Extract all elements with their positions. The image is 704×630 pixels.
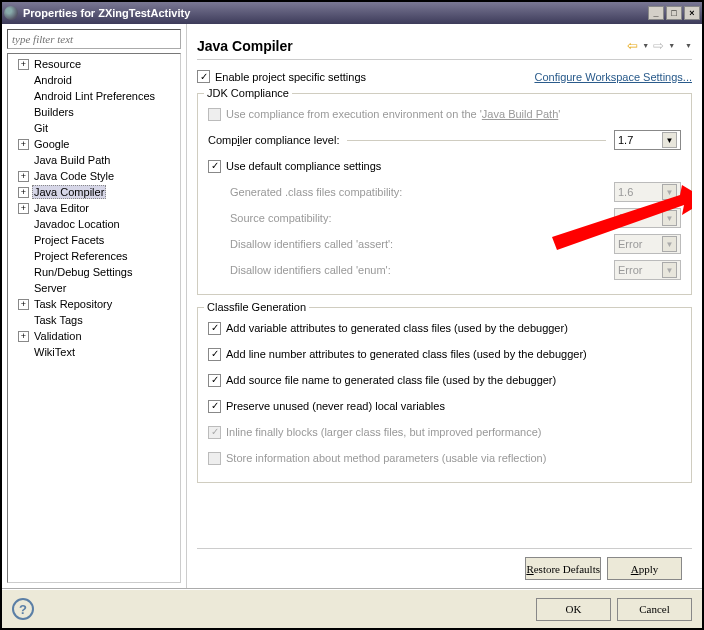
classfile-generation-group: Classfile Generation Add variable attrib… xyxy=(197,307,692,483)
dialog-footer: ? OK Cancel xyxy=(2,588,702,628)
tree-item-label: Java Compiler xyxy=(32,185,106,199)
tree-item[interactable]: Project Facets xyxy=(10,232,178,248)
window-title: Properties for ZXingTestActivity xyxy=(23,7,648,19)
maximize-button[interactable]: □ xyxy=(666,6,682,20)
cancel-button[interactable]: Cancel xyxy=(617,598,692,621)
enable-project-settings-label: Enable project specific settings xyxy=(215,71,534,83)
category-tree[interactable]: +ResourceAndroidAndroid Lint Preferences… xyxy=(7,53,181,583)
disabled-select: 1.6▼ xyxy=(614,182,681,202)
dropdown-icon: ▼ xyxy=(662,236,677,252)
tree-item[interactable]: Task Tags xyxy=(10,312,178,328)
compliance-level-select[interactable]: 1.7 ▼ xyxy=(614,130,681,150)
tree-item[interactable]: +Java Code Style xyxy=(10,168,178,184)
compliance-detail-row: Disallow identifiers called 'assert':Err… xyxy=(208,234,681,254)
classfile-option-row: Add source file name to generated class … xyxy=(208,370,681,390)
properties-dialog: Properties for ZXingTestActivity _ □ × +… xyxy=(0,0,704,630)
apply-button[interactable]: Apply xyxy=(607,557,682,580)
nav-back-icon[interactable]: ⇦ xyxy=(627,38,638,53)
tree-item[interactable]: +Java Editor xyxy=(10,200,178,216)
tree-item-label: Task Tags xyxy=(32,314,85,326)
jdk-compliance-group: JDK Compliance Use compliance from execu… xyxy=(197,93,692,295)
classfile-option-row: Add variable attributes to generated cla… xyxy=(208,318,681,338)
eclipse-icon xyxy=(4,6,18,20)
expand-icon[interactable]: + xyxy=(18,203,29,214)
tree-item-label: Task Repository xyxy=(32,298,114,310)
tree-item-label: Git xyxy=(32,122,50,134)
option-checkbox[interactable] xyxy=(208,348,221,361)
expand-icon[interactable]: + xyxy=(18,187,29,198)
jdk-group-title: JDK Compliance xyxy=(204,87,292,99)
tree-item-label: Run/Debug Settings xyxy=(32,266,134,278)
minimize-button[interactable]: _ xyxy=(648,6,664,20)
classfile-option-row: Preserve unused (never read) local varia… xyxy=(208,396,681,416)
nav-forward-icon: ⇨ xyxy=(653,38,664,53)
main-panel: Java Compiler ⇦ ▼ ⇨ ▼ ▼ Enable project s… xyxy=(187,24,702,588)
tree-item-label: Builders xyxy=(32,106,76,118)
nav-menu[interactable]: ▼ xyxy=(685,42,692,49)
tree-item-label: WikiText xyxy=(32,346,77,358)
nav-back-menu[interactable]: ▼ xyxy=(642,42,649,49)
tree-item-label: Java Editor xyxy=(32,202,91,214)
filter-input[interactable] xyxy=(7,29,181,49)
tree-item[interactable]: Android xyxy=(10,72,178,88)
java-build-path-link[interactable]: Java Build Path xyxy=(482,108,558,120)
tree-item-label: Javadoc Location xyxy=(32,218,122,230)
enable-project-settings-checkbox[interactable] xyxy=(197,70,210,83)
tree-item-label: Google xyxy=(32,138,71,150)
tree-item[interactable]: +Task Repository xyxy=(10,296,178,312)
tree-item-label: Java Build Path xyxy=(32,154,112,166)
tree-item[interactable]: Server xyxy=(10,280,178,296)
option-checkbox xyxy=(208,426,221,439)
nav-forward-menu[interactable]: ▼ xyxy=(668,42,675,49)
dropdown-icon: ▼ xyxy=(662,210,677,226)
option-checkbox[interactable] xyxy=(208,322,221,335)
help-icon[interactable]: ? xyxy=(12,598,34,620)
classfile-group-title: Classfile Generation xyxy=(204,301,309,313)
compliance-detail-row: Disallow identifiers called 'enum':Error… xyxy=(208,260,681,280)
option-checkbox xyxy=(208,452,221,465)
expand-icon[interactable]: + xyxy=(18,171,29,182)
titlebar[interactable]: Properties for ZXingTestActivity _ □ × xyxy=(2,2,702,24)
option-label: Add variable attributes to generated cla… xyxy=(226,322,568,334)
dropdown-icon: ▼ xyxy=(662,262,677,278)
tree-item-label: Java Code Style xyxy=(32,170,116,182)
tree-item[interactable]: Android Lint Preferences xyxy=(10,88,178,104)
tree-item-label: Project Facets xyxy=(32,234,106,246)
tree-item[interactable]: Javadoc Location xyxy=(10,216,178,232)
classfile-option-row: Inline finally blocks (larger class file… xyxy=(208,422,681,442)
row-label: Disallow identifiers called 'assert': xyxy=(208,238,614,250)
sidebar: +ResourceAndroidAndroid Lint Preferences… xyxy=(2,24,187,588)
dropdown-icon[interactable]: ▼ xyxy=(662,132,677,148)
compliance-detail-row: Generated .class files compatibility:1.6… xyxy=(208,182,681,202)
restore-defaults-button[interactable]: Restore Defaults xyxy=(525,557,601,580)
tree-item[interactable]: Git xyxy=(10,120,178,136)
expand-icon[interactable]: + xyxy=(18,139,29,150)
expand-icon[interactable]: + xyxy=(18,331,29,342)
configure-workspace-link[interactable]: Configure Workspace Settings... xyxy=(534,71,692,83)
expand-icon[interactable]: + xyxy=(18,59,29,70)
disabled-select: Error▼ xyxy=(614,260,681,280)
compliance-detail-row: Source compatibility:1.6▼ xyxy=(208,208,681,228)
row-label: Generated .class files compatibility: xyxy=(208,186,614,198)
tree-item[interactable]: Project References xyxy=(10,248,178,264)
tree-item[interactable]: Run/Debug Settings xyxy=(10,264,178,280)
tree-item[interactable]: +Resource xyxy=(10,56,178,72)
tree-item[interactable]: +Google xyxy=(10,136,178,152)
ok-button[interactable]: OK xyxy=(536,598,611,621)
option-label: Add line number attributes to generated … xyxy=(226,348,587,360)
compliance-level-label: Compiler compliance level: xyxy=(208,134,339,146)
tree-item[interactable]: +Java Compiler xyxy=(10,184,178,200)
tree-item-label: Validation xyxy=(32,330,84,342)
use-default-compliance-checkbox[interactable] xyxy=(208,160,221,173)
close-button[interactable]: × xyxy=(684,6,700,20)
expand-icon[interactable]: + xyxy=(18,299,29,310)
tree-item[interactable]: +Validation xyxy=(10,328,178,344)
option-checkbox[interactable] xyxy=(208,400,221,413)
tree-item[interactable]: Builders xyxy=(10,104,178,120)
tree-item[interactable]: WikiText xyxy=(10,344,178,360)
tree-item[interactable]: Java Build Path xyxy=(10,152,178,168)
option-label: Add source file name to generated class … xyxy=(226,374,556,386)
row-label: Source compatibility: xyxy=(208,212,614,224)
tree-item-label: Project References xyxy=(32,250,130,262)
option-checkbox[interactable] xyxy=(208,374,221,387)
